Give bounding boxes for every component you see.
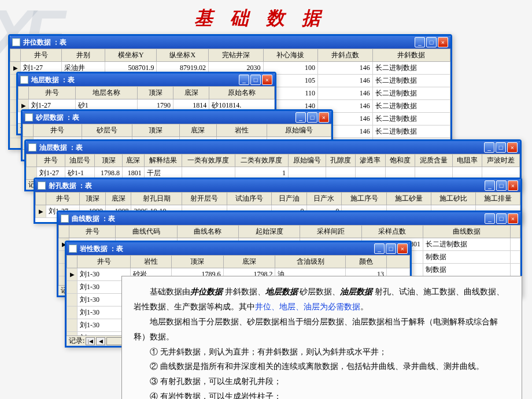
minimize-button[interactable]: _ [239,75,249,85]
maximize-button[interactable]: □ [496,180,507,191]
close-button[interactable]: × [438,37,448,47]
description-textbox: 基础数据由井位数据 井斜数据、地层数据 砂层数据、油层数据 射孔、试油、施工数据… [121,276,522,399]
titlebar-stratum[interactable]: 地层数据 ：表 _ □ × [18,73,275,86]
app-icon [38,182,46,190]
maximize-button[interactable]: □ [250,75,261,85]
minimize-button[interactable]: _ [485,180,495,191]
app-icon [28,143,36,152]
app-icon [61,215,69,223]
titlebar-curve[interactable]: 曲线数据 ：表 _ □ × [58,212,520,225]
minimize-button[interactable]: _ [374,243,385,254]
app-icon [69,245,77,253]
titlebar-lithology[interactable]: 岩性数据 ：表 _ □ × [66,242,410,255]
titlebar-oil[interactable]: 油层数据 ：表 _ □ × [26,141,520,154]
minimize-button[interactable]: _ [295,112,306,123]
window-title: 射孔数据 ：表 [49,181,92,191]
close-button[interactable]: × [262,75,272,85]
app-icon [25,113,33,121]
maximize-button[interactable]: □ [426,37,437,47]
window-title: 油层数据 ：表 [39,143,83,153]
close-button[interactable]: × [507,142,518,153]
maximize-button[interactable]: □ [386,243,396,254]
nav-first-button[interactable]: |◀ [86,337,95,345]
maximize-button[interactable]: □ [307,112,317,123]
stratum-table[interactable]: 井号地层名称顶深底深原始名称 ▶ 刘1-27砂117901814砂101814. [18,86,275,112]
oil-table[interactable]: 井号油层号顶深底深解释结果一类有效厚度二类有效厚度原始编号孔隙度渗透率饱和度泥质… [26,154,520,179]
titlebar-perforation[interactable]: 射孔数据 ：表 _ □ × [35,179,520,192]
close-button[interactable]: × [397,243,408,254]
minimize-button[interactable]: _ [415,37,425,47]
window-title: 地层数据 ：表 [31,75,75,85]
close-button[interactable]: × [508,213,518,224]
close-button[interactable]: × [319,112,329,123]
window-title: 曲线数据 ：表 [72,214,115,224]
window-title: 砂层数据 ：表 [36,113,79,123]
titlebar-well-position[interactable]: 井位数据 ：表 _ □ × [10,36,450,49]
nav-prev-button[interactable]: ◀ [96,337,105,345]
app-icon [12,38,20,46]
app-icon [20,76,28,84]
window-title: 岩性数据 ：表 [80,244,123,254]
titlebar-sand[interactable]: 砂层数据 ：表 _ □ × [23,111,331,124]
page-title: 基础数据 [0,0,532,34]
minimize-button[interactable]: _ [485,213,495,224]
close-button[interactable]: × [508,180,518,191]
maximize-button[interactable]: □ [496,213,507,224]
maximize-button[interactable]: □ [496,142,506,153]
minimize-button[interactable]: _ [484,142,494,153]
window-title: 井位数据 ：表 [23,38,66,47]
